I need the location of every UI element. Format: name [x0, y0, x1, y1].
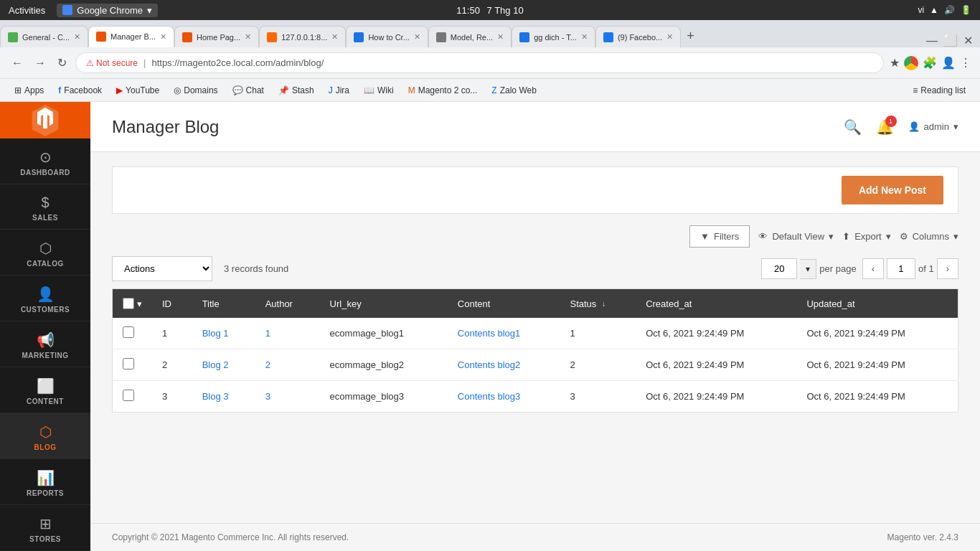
add-new-post-button[interactable]: Add New Post: [842, 176, 943, 204]
header-checkbox-arrow[interactable]: ▾: [137, 298, 142, 309]
filters-button[interactable]: ▼ Filters: [689, 225, 750, 248]
tab-close-homepage[interactable]: ✕: [245, 32, 251, 42]
sidebar-item-content[interactable]: ⬜ CONTENT: [0, 367, 90, 413]
close-window-icon[interactable]: ✕: [963, 34, 973, 47]
export-button[interactable]: ⬆ Export ▾: [842, 231, 891, 242]
page-title: Manager Blog: [112, 117, 219, 137]
tab-homepage[interactable]: Home Pag... ✕: [174, 26, 259, 47]
bookmark-zalo[interactable]: Z Zalo Web: [486, 83, 542, 98]
tab-close-general[interactable]: ✕: [74, 32, 80, 42]
sidebar-item-reports[interactable]: 📊 REPORTS: [0, 459, 90, 505]
page-number-input[interactable]: [887, 258, 915, 279]
bookmark-label-youtube: YouTube: [126, 85, 159, 95]
tab-close-localhost[interactable]: ✕: [331, 32, 338, 42]
menu-icon[interactable]: ⋮: [960, 56, 971, 70]
columns-button[interactable]: ⚙ Columns ▾: [900, 231, 958, 242]
actions-dropdown[interactable]: Actions: [112, 256, 212, 281]
cell-updated-at-0: Oct 6, 2021 9:24:49 PM: [796, 318, 958, 349]
filter-icon: ▼: [700, 231, 710, 242]
tab-localhost[interactable]: 127.0.0.1:8... ✕: [259, 26, 346, 47]
magento-logo[interactable]: [0, 102, 90, 138]
tab-general[interactable]: General - C... ✕: [0, 26, 88, 47]
columns-icon: ⚙: [900, 231, 908, 242]
search-button[interactable]: 🔍: [844, 118, 862, 136]
title-link-2[interactable]: Blog 3: [202, 391, 229, 402]
actions-select: Actions: [112, 256, 212, 281]
per-page-arrow[interactable]: ▾: [800, 259, 816, 279]
sidebar-item-stores[interactable]: ⊞ STORES: [0, 505, 90, 551]
th-created-at-label: Created_at: [646, 298, 692, 309]
minimize-icon[interactable]: —: [926, 34, 938, 47]
cell-author-1: 2: [255, 349, 320, 381]
sidebar-item-customers[interactable]: 👤 CUSTOMERS: [0, 276, 90, 321]
tab-close-gg[interactable]: ✕: [581, 32, 588, 42]
bookmark-youtube[interactable]: ▶ YouTube: [110, 83, 165, 98]
content-icon: ⬜: [37, 377, 55, 395]
per-page-label: per page: [819, 263, 856, 274]
bookmark-stash[interactable]: 📌 Stash: [273, 83, 320, 98]
bookmark-facebook[interactable]: f Facebook: [52, 83, 108, 98]
select-all-checkbox[interactable]: [123, 298, 134, 309]
next-page-button[interactable]: ›: [937, 258, 958, 279]
url-bar[interactable]: ⚠ Not secure | https://magento2ce.local.…: [75, 52, 884, 73]
forward-button[interactable]: →: [32, 54, 49, 72]
tab-facebook[interactable]: (9) Facebo... ✕: [595, 26, 681, 47]
bookmark-star-icon[interactable]: ★: [890, 56, 900, 70]
per-page-input[interactable]: [761, 258, 797, 279]
bookmark-jira[interactable]: J Jira: [323, 83, 355, 98]
bookmark-apps[interactable]: ⊞ Apps: [9, 83, 50, 98]
content-link-0[interactable]: Contents blog1: [458, 328, 520, 339]
tab-close-manager[interactable]: ✕: [160, 32, 166, 42]
refresh-button[interactable]: ↻: [55, 53, 70, 72]
bookmark-domains[interactable]: ◎ Domains: [168, 83, 223, 98]
th-status[interactable]: Status ↓: [560, 289, 636, 319]
row-checkbox-1[interactable]: [123, 358, 134, 369]
default-view-button[interactable]: 👁 Default View ▾: [758, 231, 834, 242]
export-icon: ⬆: [842, 231, 850, 242]
author-link-2[interactable]: 3: [265, 391, 270, 402]
row-checkbox-0[interactable]: [123, 326, 134, 338]
title-link-1[interactable]: Blog 2: [202, 359, 229, 370]
sidebar-item-sales[interactable]: $ SALES: [0, 184, 90, 230]
th-url-key-label: Url_key: [330, 298, 362, 309]
bookmark-reading-list[interactable]: ≡ Reading list: [907, 83, 971, 98]
profile-icon[interactable]: 👤: [941, 56, 956, 70]
sidebar-item-marketing[interactable]: 📢 MARKETING: [0, 321, 90, 367]
blog-table: ▾ ID Title Author: [112, 288, 958, 413]
restore-icon[interactable]: ⬜: [943, 34, 958, 47]
bookmark-magento[interactable]: M Magento 2 co...: [402, 83, 484, 98]
tab-model[interactable]: Model, Re... ✕: [428, 26, 512, 47]
row-checkbox-2[interactable]: [123, 390, 134, 401]
bookmark-wiki[interactable]: 📖 Wiki: [358, 83, 400, 98]
url-text[interactable]: https://magento2ce.local.com/admin/blog/: [151, 57, 324, 68]
author-link-0[interactable]: 1: [265, 328, 270, 339]
new-tab-button[interactable]: +: [681, 29, 700, 44]
prev-page-button[interactable]: ‹: [862, 258, 884, 279]
notification-button[interactable]: 🔔 1: [876, 118, 894, 136]
export-label: Export: [854, 231, 882, 242]
page-nav: ‹ of 1 ›: [862, 258, 958, 279]
title-link-0[interactable]: Blog 1: [202, 328, 229, 339]
tab-close-howto[interactable]: ✕: [414, 32, 420, 42]
sidebar-label-dashboard: DASHBOARD: [20, 169, 70, 176]
stash-icon: 📌: [278, 85, 289, 95]
extension-icon[interactable]: 🧩: [923, 56, 937, 70]
admin-menu-button[interactable]: 👤 admin ▾: [908, 121, 958, 132]
tab-close-model[interactable]: ✕: [497, 32, 504, 42]
content-link-2[interactable]: Contents blog3: [458, 391, 520, 402]
content-link-1[interactable]: Contents blog2: [458, 359, 520, 370]
sidebar-item-blog[interactable]: ⬡ BLOG: [0, 413, 90, 459]
chrome-app-button[interactable]: Google Chrome ▾: [57, 4, 158, 17]
bookmark-chat[interactable]: 💬 Chat: [227, 83, 270, 98]
tab-gg[interactable]: gg dich - T... ✕: [512, 26, 595, 47]
activities-label[interactable]: Activities: [9, 5, 45, 16]
content-area: Add New Post ▼ Filters 👁 Default View ▾ …: [90, 152, 980, 523]
tab-close-facebook[interactable]: ✕: [666, 32, 673, 42]
header-actions: 🔍 🔔 1 👤 admin ▾: [844, 118, 958, 136]
tab-manager[interactable]: Manager B... ✕: [88, 26, 174, 47]
back-button[interactable]: ←: [9, 54, 26, 72]
sidebar-item-catalog[interactable]: ⬡ CATALOG: [0, 230, 90, 276]
tab-howto[interactable]: How to Cr... ✕: [346, 26, 428, 47]
author-link-1[interactable]: 2: [265, 359, 270, 370]
sidebar-item-dashboard[interactable]: ⊙ DASHBOARD: [0, 138, 90, 184]
